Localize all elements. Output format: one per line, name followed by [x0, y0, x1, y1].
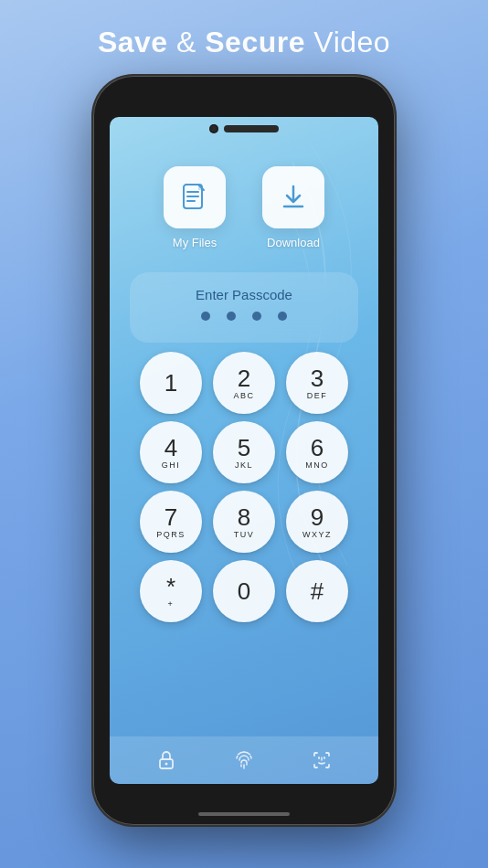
home-indicator — [198, 812, 290, 816]
numpad-row-3: 7 PQRS 8 TUV 9 WXYZ — [140, 491, 348, 553]
svg-point-5 — [165, 763, 168, 766]
face-id-icon[interactable] — [309, 747, 334, 773]
phone-frame: My Files Download Enter Passcode — [93, 76, 395, 825]
passcode-dot-1 — [201, 312, 210, 321]
numpad-row-2: 4 GHI 5 JKL 6 MNO — [140, 421, 348, 483]
download-icon-box — [262, 166, 324, 228]
numpad-btn-5[interactable]: 5 JKL — [213, 421, 275, 483]
numpad: 1 2 ABC 3 DEF 4 GHI 5 — [110, 343, 378, 622]
my-files-label: My Files — [173, 236, 217, 249]
numpad-btn-8[interactable]: 8 TUV — [213, 491, 275, 553]
lock-icon[interactable] — [154, 747, 179, 773]
numpad-btn-hash[interactable]: # — [286, 560, 348, 622]
passcode-dots — [201, 312, 287, 321]
numpad-btn-6[interactable]: 6 MNO — [286, 421, 348, 483]
passcode-section: Enter Passcode — [110, 272, 378, 343]
numpad-btn-star[interactable]: * + — [140, 560, 202, 622]
notch-area — [110, 117, 378, 133]
speaker — [224, 125, 279, 132]
passcode-dot-4 — [278, 312, 287, 321]
numpad-btn-0[interactable]: 0 — [213, 560, 275, 622]
my-files-icon-box — [164, 166, 226, 228]
numpad-btn-2[interactable]: 2 ABC — [213, 352, 275, 414]
passcode-dot-2 — [227, 312, 236, 321]
header-title: Save & Secure Video — [18, 26, 470, 59]
numpad-row-1: 1 2 ABC 3 DEF — [140, 352, 348, 414]
numpad-btn-3[interactable]: 3 DEF — [286, 352, 348, 414]
numpad-btn-1[interactable]: 1 — [140, 352, 202, 414]
phone-screen: My Files Download Enter Passcode — [110, 117, 378, 784]
app-icons-row: My Files Download — [164, 166, 324, 249]
passcode-dot-3 — [252, 312, 261, 321]
passcode-bg: Enter Passcode — [130, 272, 358, 343]
header: Save & Secure Video — [0, 0, 488, 76]
numpad-btn-4[interactable]: 4 GHI — [140, 421, 202, 483]
numpad-row-4: * + 0 # — [140, 560, 348, 622]
front-camera — [209, 124, 218, 133]
bottom-bar — [110, 736, 378, 784]
download-icon — [277, 181, 310, 214]
fingerprint-icon[interactable] — [231, 747, 257, 773]
numpad-btn-7[interactable]: 7 PQRS — [140, 491, 202, 553]
my-files-icon-item[interactable]: My Files — [164, 166, 226, 249]
download-label: Download — [267, 236, 320, 249]
header-bold-save: Save — [98, 26, 168, 58]
file-icon — [178, 181, 211, 214]
download-icon-item[interactable]: Download — [262, 166, 324, 249]
passcode-label: Enter Passcode — [196, 287, 292, 302]
header-bold-secure: Secure — [205, 26, 305, 58]
numpad-btn-9[interactable]: 9 WXYZ — [286, 491, 348, 553]
